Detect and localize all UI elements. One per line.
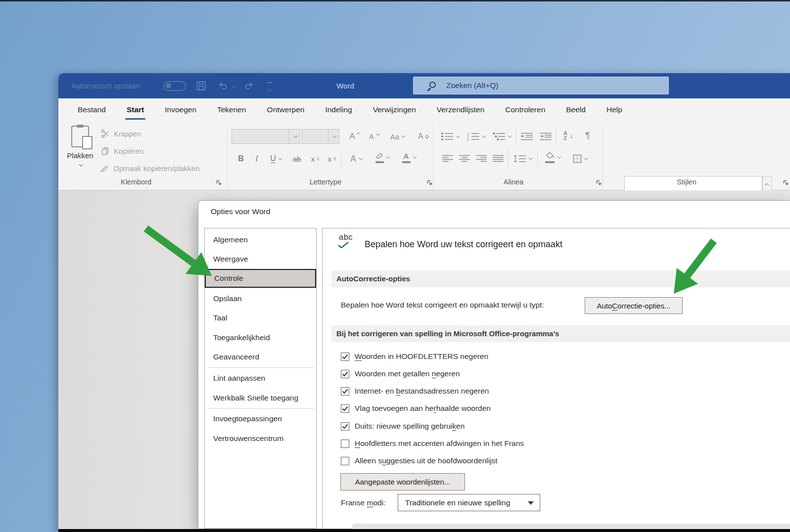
tab-controleren[interactable]: Controleren xyxy=(495,98,556,122)
clear-formatting-button[interactable]: A xyxy=(414,129,433,144)
sidebar-item-vertrouwenscentrum[interactable]: Vertrouwenscentrum xyxy=(205,429,316,448)
line-spacing-button[interactable] xyxy=(511,151,534,166)
sidebar-item-algemeen[interactable]: Algemeen xyxy=(205,230,316,249)
change-case-button[interactable]: Aa xyxy=(385,129,410,144)
checkbox[interactable] xyxy=(341,457,349,465)
svg-text:3: 3 xyxy=(467,138,469,141)
bullet-list-icon xyxy=(441,132,454,141)
checkbox-row-french-accents[interactable]: Hoofdletters met accenten afdwingen in h… xyxy=(341,438,524,449)
tab-tekenen[interactable]: Tekenen xyxy=(207,98,257,122)
numbering-button[interactable]: 1 2 3 xyxy=(464,129,488,144)
tab-bestand[interactable]: Bestand xyxy=(67,98,116,122)
checkbox[interactable] xyxy=(341,370,349,378)
increase-indent-button[interactable] xyxy=(537,129,554,144)
sidebar-item-invoegtoepassingen[interactable]: Invoegtoepassingen xyxy=(205,409,316,428)
tab-beeld[interactable]: Beeld xyxy=(556,98,596,122)
check-icon xyxy=(342,354,348,359)
justify-button[interactable] xyxy=(491,151,506,166)
sidebar-item-lint-aanpassen[interactable]: Lint aanpassen xyxy=(205,369,316,388)
checkbox-row-internet[interactable]: Internet- en bestandsadressen negeren xyxy=(341,385,489,397)
superscript-button[interactable]: x2 xyxy=(325,151,339,166)
tab-help[interactable]: Help xyxy=(596,98,633,122)
autocorrect-options-button[interactable]: AutoCorrectie-opties... xyxy=(585,297,683,314)
highlighter-icon xyxy=(375,152,383,159)
copy-button[interactable]: Kopiëren xyxy=(101,143,143,158)
font-dialog-launcher-icon[interactable] xyxy=(426,179,433,185)
align-right-button[interactable] xyxy=(474,151,489,166)
sidebar-item-opslaan[interactable]: Opslaan xyxy=(205,289,316,308)
autosave-toggle[interactable] xyxy=(163,81,186,91)
save-icon[interactable] xyxy=(196,81,206,93)
strikethrough-button[interactable]: ab xyxy=(288,151,306,166)
borders-button[interactable] xyxy=(568,151,592,166)
shrink-font-button[interactable]: A xyxy=(365,129,383,144)
redo-icon[interactable] xyxy=(244,81,254,92)
checkbox-row-german-spelling[interactable]: Duits: nieuwe spelling gebruiken xyxy=(341,420,465,432)
multilevel-list-button[interactable] xyxy=(490,129,513,144)
ribbon-tab-row: Bestand Start Invoegen Tekenen Ontwerpen… xyxy=(58,98,790,122)
font-color-button[interactable]: A xyxy=(397,150,420,165)
sidebar-item-controle[interactable]: Controle xyxy=(205,269,316,288)
sidebar-item-toegankelijkheid[interactable]: Toegankelijkheid xyxy=(205,328,316,347)
search-input[interactable] xyxy=(446,77,659,94)
checkbox-row-numbers[interactable]: Woorden met getallen negeren xyxy=(341,368,460,380)
shading-button[interactable] xyxy=(540,150,565,165)
tab-invoegen[interactable]: Invoegen xyxy=(154,98,207,122)
checkbox[interactable] xyxy=(341,353,349,361)
checkbox-row-repeated-words[interactable]: Vlag toevoegen aan herhaalde woorden xyxy=(341,402,491,414)
checkbox-row-main-dictionary[interactable]: Alleen suggesties uit de hoofdwoordenlij… xyxy=(341,455,498,467)
align-left-button[interactable] xyxy=(440,151,455,166)
sidebar-item-werkbalk-snelle-toegang[interactable]: Werkbalk Snelle toegang xyxy=(205,389,316,407)
borders-icon xyxy=(573,154,582,163)
tab-verwijzingen[interactable]: Verwijzingen xyxy=(363,98,426,122)
format-painter-button[interactable]: Opmaak kopiëren/plakken xyxy=(99,161,199,176)
numbered-list-icon: 1 2 3 xyxy=(467,132,480,141)
styles-scroll-up-button[interactable] xyxy=(762,176,772,191)
checkbox[interactable] xyxy=(341,387,349,396)
paragraph-dialog-launcher-icon[interactable] xyxy=(596,179,602,185)
bold-button[interactable]: B xyxy=(233,151,248,166)
paste-clipboard-icon xyxy=(71,126,89,147)
copy-icon xyxy=(101,147,109,155)
styles-dialog-launcher-icon[interactable] xyxy=(783,179,789,185)
sidebar-item-taal[interactable]: Taal xyxy=(205,309,316,327)
tab-indeling[interactable]: Indeling xyxy=(315,98,362,122)
styles-group-label: Stijlen xyxy=(627,178,746,188)
undo-dropdown-chevron-icon[interactable] xyxy=(232,84,235,88)
tab-ontwerpen[interactable]: Ontwerpen xyxy=(257,98,315,122)
scissors-icon xyxy=(101,130,109,138)
subscript-button[interactable]: x2 xyxy=(308,151,323,166)
desktop: Automatisch opslaan Word xyxy=(0,0,790,532)
paste-label: Plakken xyxy=(64,151,96,160)
align-center-button[interactable] xyxy=(457,151,472,166)
custom-dictionaries-button[interactable]: Aangepaste woordenlijsten... xyxy=(340,473,465,490)
cut-button[interactable]: Knippen xyxy=(101,126,141,141)
highlight-color-button[interactable] xyxy=(370,150,394,165)
search-box[interactable] xyxy=(413,77,669,94)
font-name-combobox[interactable] xyxy=(232,129,300,144)
grow-font-button[interactable]: A xyxy=(345,129,364,144)
decrease-indent-button[interactable] xyxy=(518,129,535,144)
checkbox-row-uppercase[interactable]: Woorden in HOOFDLETTERS negeren xyxy=(341,351,488,362)
tab-start[interactable]: Start xyxy=(116,98,154,122)
checkbox[interactable] xyxy=(341,404,349,413)
undo-icon[interactable] xyxy=(218,81,228,92)
font-size-combobox[interactable] xyxy=(302,129,339,144)
sidebar-item-weergave[interactable]: Weergave xyxy=(205,250,316,268)
underline-button[interactable]: U xyxy=(265,151,286,166)
autocorrect-row-label: Bepalen hoe Word tekst corrigeert en opm… xyxy=(341,301,544,310)
sidebar-item-geavanceerd[interactable]: Geavanceerd xyxy=(205,348,316,366)
tab-verzendlijsten[interactable]: Verzendlijsten xyxy=(426,98,495,122)
italic-button[interactable]: I xyxy=(250,151,263,166)
checkbox[interactable] xyxy=(341,422,349,431)
paste-button[interactable]: Plakken xyxy=(64,125,96,176)
clipboard-dialog-launcher-icon[interactable] xyxy=(216,179,222,185)
french-modes-dropdown[interactable]: Traditionele en nieuwe spelling xyxy=(398,494,540,511)
text-effects-button[interactable]: A xyxy=(344,151,367,166)
bullets-button[interactable] xyxy=(438,129,461,144)
align-left-icon xyxy=(442,155,454,163)
checkbox[interactable] xyxy=(341,440,349,448)
sort-button[interactable]: A Z ↓ xyxy=(558,128,579,143)
pilcrow-button[interactable]: ¶ xyxy=(581,128,595,143)
customize-quick-access-icon[interactable] xyxy=(267,82,272,93)
